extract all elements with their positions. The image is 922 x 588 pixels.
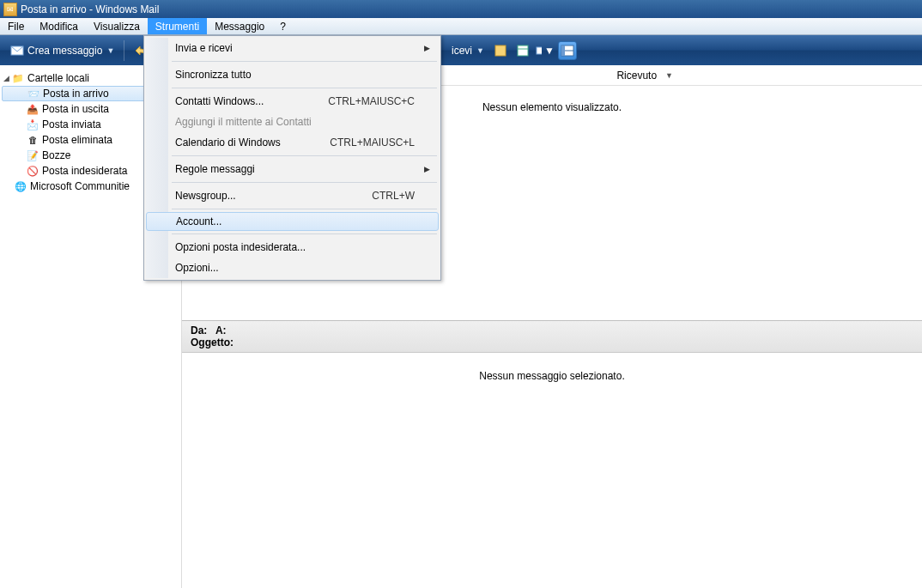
tools-menu-dropdown: Invia e ricevi▶Sincronizza tuttoContatti… bbox=[143, 35, 441, 281]
folder-icon: 📝 bbox=[26, 149, 39, 162]
menu-strumenti[interactable]: Strumenti bbox=[148, 18, 207, 34]
menu-item-label: Opzioni... bbox=[175, 262, 219, 274]
menu-item: Aggiungi il mittente ai Contatti bbox=[146, 112, 439, 132]
tree-root-label: Cartelle locali bbox=[27, 72, 89, 84]
chevron-down-icon: ▼ bbox=[544, 45, 555, 57]
to-label: A: bbox=[215, 324, 227, 336]
menu-item-shortcut: CTRL+MAIUSC+L bbox=[330, 136, 415, 149]
contacts-icon[interactable] bbox=[491, 41, 510, 60]
chevron-down-icon: ▼ bbox=[476, 46, 484, 55]
menu-item[interactable]: Account... bbox=[146, 212, 439, 231]
menu-item-label: Invia e ricevi bbox=[175, 42, 233, 54]
send-receive-label: icevi bbox=[452, 45, 472, 57]
title-bar: ✉ Posta in arrivo - Windows Mail bbox=[0, 0, 922, 18]
empty-list-text: Nessun elemento visualizzato. bbox=[482, 101, 622, 113]
submenu-arrow-icon: ▶ bbox=[424, 44, 430, 52]
compose-label: Crea messaggio bbox=[27, 45, 102, 57]
menu-separator bbox=[172, 209, 437, 209]
menu-item[interactable]: Calendario di WindowsCTRL+MAIUSC+L bbox=[146, 132, 439, 153]
menu-item-label: Opzioni posta indesiderata... bbox=[175, 241, 306, 253]
tree-item-label: Posta inviata bbox=[42, 118, 101, 130]
menu-file[interactable]: File bbox=[0, 18, 32, 34]
calendar-icon[interactable] bbox=[513, 41, 532, 60]
menu-item[interactable]: Sincronizza tutto bbox=[146, 64, 439, 85]
column-received[interactable]: Ricevuto ▼ bbox=[608, 70, 682, 82]
tree-item-label: Posta in arrivo bbox=[43, 88, 109, 100]
svg-rect-1 bbox=[495, 45, 506, 56]
menu-separator bbox=[172, 233, 437, 234]
folder-icon: 📩 bbox=[26, 118, 39, 131]
submenu-arrow-icon: ▶ bbox=[424, 165, 430, 173]
menu-item-shortcut: CTRL+MAIUSC+C bbox=[328, 95, 415, 107]
preview-pane-icon[interactable] bbox=[558, 41, 577, 60]
menu-item-label: Sincronizza tutto bbox=[175, 69, 252, 81]
empty-preview-text: Nessun messaggio selezionato. bbox=[479, 370, 624, 382]
send-receive-button[interactable]: icevi ▼ bbox=[446, 39, 489, 62]
menu-modifica[interactable]: Modifica bbox=[32, 18, 86, 34]
preview-header: Da: A: Oggetto: bbox=[182, 321, 922, 353]
menu-visualizza[interactable]: Visualizza bbox=[86, 18, 148, 34]
preview-body: Nessun messaggio selezionato. bbox=[182, 353, 922, 589]
svg-rect-4 bbox=[537, 47, 542, 54]
tree-item-label: Bozze bbox=[42, 149, 70, 161]
app-icon: ✉ bbox=[3, 3, 17, 16]
menu-item-shortcut: CTRL+W bbox=[372, 190, 415, 202]
menu-item[interactable]: Newsgroup...CTRL+W bbox=[146, 185, 439, 206]
main-area: ◢ 📁 Cartelle locali 📨Posta in arrivo📤Pos… bbox=[0, 65, 922, 588]
menu-item[interactable]: Opzioni posta indesiderata... bbox=[146, 237, 439, 258]
menu-item-label: Newsgroup... bbox=[175, 190, 236, 202]
menu-separator bbox=[172, 182, 437, 183]
menu-separator bbox=[172, 155, 437, 156]
sort-desc-icon: ▼ bbox=[665, 71, 673, 80]
window-title: Posta in arrivo - Windows Mail bbox=[21, 3, 159, 15]
menu-item[interactable]: Opzioni... bbox=[146, 258, 439, 278]
column-label: Ricevuto bbox=[616, 70, 657, 82]
menu-item[interactable]: Invia e ricevi▶ bbox=[146, 38, 439, 58]
menu-messaggio[interactable]: Messaggio bbox=[207, 18, 272, 34]
folder-icon: 🚫 bbox=[26, 164, 39, 178]
menu-item-label: Account... bbox=[176, 215, 221, 227]
svg-rect-7 bbox=[561, 45, 565, 56]
tree-item-label: Posta in uscita bbox=[42, 103, 109, 115]
menu-item-label: Aggiungi il mittente ai Contatti bbox=[175, 116, 312, 128]
community-icon: 🌐 bbox=[14, 179, 27, 193]
tree-item-label: Posta eliminata bbox=[42, 134, 112, 146]
subject-label: Oggetto: bbox=[191, 336, 234, 349]
menu-separator bbox=[172, 88, 437, 88]
tree-item-label: Microsoft Communitie bbox=[30, 180, 130, 192]
collapse-icon[interactable]: ◢ bbox=[3, 74, 9, 82]
chevron-down-icon: ▼ bbox=[106, 46, 114, 55]
tree-item-label: Posta indesiderata bbox=[42, 165, 127, 177]
compose-button[interactable]: Crea messaggio ▼ bbox=[5, 39, 119, 62]
menu-item[interactable]: Contatti Windows...CTRL+MAIUSC+C bbox=[146, 91, 439, 112]
folders-icon: 📁 bbox=[11, 71, 25, 85]
from-label: Da: bbox=[191, 324, 207, 336]
toolbar-separator bbox=[124, 40, 124, 61]
menu-bar: FileModificaVisualizzaStrumentiMessaggio… bbox=[0, 18, 922, 35]
folder-icon: 🗑 bbox=[26, 133, 39, 147]
menu-item-label: Calendario di Windows bbox=[175, 136, 281, 149]
menu-?[interactable]: ? bbox=[272, 18, 294, 34]
menu-item-label: Contatti Windows... bbox=[175, 95, 264, 107]
toolbar-right: icevi ▼ ▼ bbox=[441, 35, 922, 65]
folder-icon: 📤 bbox=[26, 102, 39, 116]
menu-item[interactable]: Regole messaggi▶ bbox=[146, 159, 439, 179]
menu-separator bbox=[172, 61, 437, 62]
svg-rect-2 bbox=[518, 45, 528, 56]
menu-item-label: Regole messaggi bbox=[175, 163, 255, 175]
folder-icon: 📨 bbox=[27, 87, 40, 100]
find-icon[interactable]: ▼ bbox=[536, 41, 555, 60]
